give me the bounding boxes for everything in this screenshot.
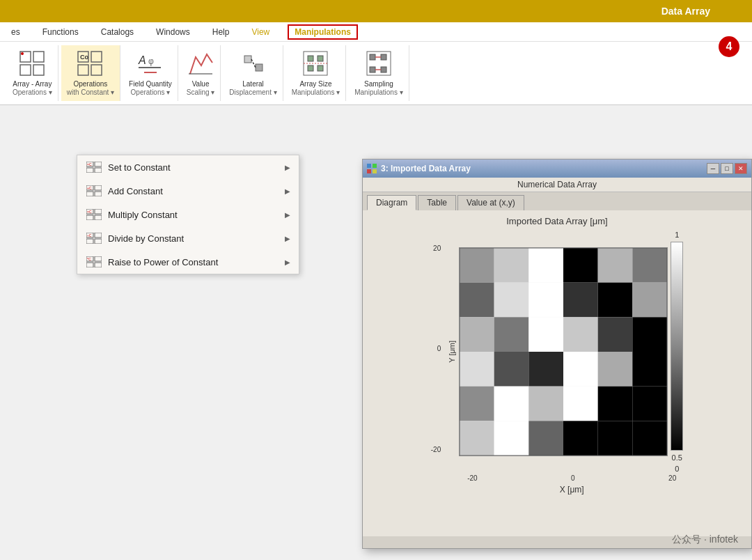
svg-rect-77 [633,317,668,352]
tool-array-operations[interactable]: Array - ArrayOperations ▾ [7,45,58,101]
raise-to-power-chevron: ▶ [285,258,290,266]
svg-rect-15 [244,56,251,63]
multiply-constant-chevron: ▶ [285,211,290,219]
ribbon-top-title: Data Array [661,6,710,17]
tool-array-size-label: Array SizeManipulations ▾ [292,80,340,97]
svg-text:A: A [138,54,146,66]
minimize-button[interactable]: ─ [707,163,719,174]
dropdown-add-constant[interactable]: +C Add Constant ▶ [77,179,299,203]
svg-rect-16 [256,64,263,71]
tool-field-quantity[interactable]: A φ Field QuantityOperations ▾ [123,45,178,101]
svg-rect-78 [460,352,494,387]
window-tabs: Diagram Table Value at (x,y) [363,192,751,210]
svg-rect-74 [529,317,564,352]
svg-rect-72 [460,317,494,352]
svg-rect-60 [460,248,494,283]
badge-4: 4 [719,36,739,57]
dropdown-divide-by-constant[interactable]: ÷C Divide by Constant ▶ [77,226,299,250]
tool-operations-with-constant[interactable]: Co Operationswith Constant ▾ [61,45,120,101]
svg-rect-43 [86,215,93,220]
field-quantity-icon: A φ [136,49,164,77]
y-label-mid: 0 [437,345,441,352]
tab-table[interactable]: Table [418,195,456,210]
svg-rect-20 [308,65,313,71]
menu-functions[interactable]: Functions [38,24,83,40]
tab-value-at-xy[interactable]: Value at (x,y) [457,195,524,210]
tool-value-scaling-label: ValueScaling ▾ [187,80,215,97]
svg-rect-87 [563,387,598,421]
close-button[interactable]: ✕ [735,163,747,174]
menu-es[interactable]: es [7,24,24,40]
sampling-icon [365,49,393,77]
svg-rect-62 [529,248,564,283]
tab-diagram[interactable]: Diagram [367,195,416,210]
ribbon-top-bar: Data Array [0,0,752,22]
dropdown-raise-to-power[interactable]: ^C Raise to Power of Constant ▶ [77,250,299,274]
svg-rect-3 [33,65,44,75]
svg-rect-83 [633,352,668,387]
x-label-mid: 0 [571,474,575,482]
svg-rect-73 [494,317,529,352]
svg-rect-57 [373,164,377,168]
y-label-top: 20 [433,244,441,252]
add-constant-chevron: ▶ [285,187,290,195]
svg-rect-66 [460,283,494,318]
svg-rect-84 [460,387,494,421]
svg-rect-65 [633,248,668,283]
set-to-constant-chevron: ▶ [285,164,290,171]
dropdown-multiply-constant[interactable]: ×C Multiply Constant ▶ [77,203,299,226]
tool-array-size[interactable]: Array SizeManipulations ▾ [286,45,346,101]
menu-help[interactable]: Help [208,24,234,40]
tool-array-operations-label: Array - ArrayOperations ▾ [13,80,52,97]
svg-rect-89 [633,387,668,421]
svg-rect-22 [318,65,323,71]
menu-manipulations[interactable]: Manipulations [288,24,358,40]
svg-text:=C: =C [87,162,92,166]
x-label-left: -20 [467,474,477,482]
svg-rect-48 [86,239,93,244]
menu-view[interactable]: View [247,24,274,40]
dropdown-set-to-constant[interactable]: =C Set to Constant ▶ [77,155,299,179]
tool-lateral-displacement-label: LateralDisplacement ▾ [229,80,276,97]
chart-title: Imported Data Array [μm] [506,216,607,226]
svg-rect-7 [78,65,88,75]
svg-text:+C: +C [87,186,92,190]
raise-to-power-icon: ^C [86,256,102,268]
svg-rect-69 [563,283,598,318]
tool-value-scaling[interactable]: ValueScaling ▾ [181,45,221,101]
tool-sampling[interactable]: SamplingManipulations ▾ [349,45,409,101]
divide-by-constant-chevron: ▶ [285,235,290,242]
heatmap-svg [459,247,668,456]
dropdown-menu: =C Set to Constant ▶ +C Add Constant ▶ [77,155,299,274]
svg-rect-56 [367,164,371,168]
svg-rect-27 [370,67,375,72]
svg-rect-26 [381,54,386,60]
svg-rect-53 [86,263,93,267]
divide-by-constant-label: Divide by Constant [108,233,184,244]
svg-rect-79 [494,352,529,387]
x-label-right: 20 [668,474,676,482]
add-constant-label: Add Constant [108,186,163,196]
svg-text:φ: φ [148,56,154,66]
svg-rect-76 [598,317,633,352]
data-array-window: 3: Imported Data Array ─ □ ✕ Numerical D… [362,159,752,549]
svg-rect-59 [373,169,377,173]
svg-rect-86 [529,387,564,421]
y-label-bot: -20 [431,446,441,453]
svg-rect-85 [494,387,529,421]
tool-lateral-displacement[interactable]: LateralDisplacement ▾ [224,45,283,101]
svg-rect-63 [563,248,598,283]
svg-rect-1 [33,52,44,62]
svg-rect-70 [598,283,633,318]
watermark: 公众号 · infotek [672,534,738,546]
restore-button[interactable]: □ [721,163,733,174]
svg-rect-2 [20,65,31,75]
svg-point-4 [21,52,24,55]
svg-rect-37 [95,185,102,190]
svg-rect-47 [95,233,102,238]
array-size-icon [301,49,329,77]
menu-catalogs[interactable]: Catalogs [97,24,138,40]
svg-rect-94 [598,421,633,456]
svg-rect-8 [91,65,102,75]
menu-windows[interactable]: Windows [152,24,194,40]
